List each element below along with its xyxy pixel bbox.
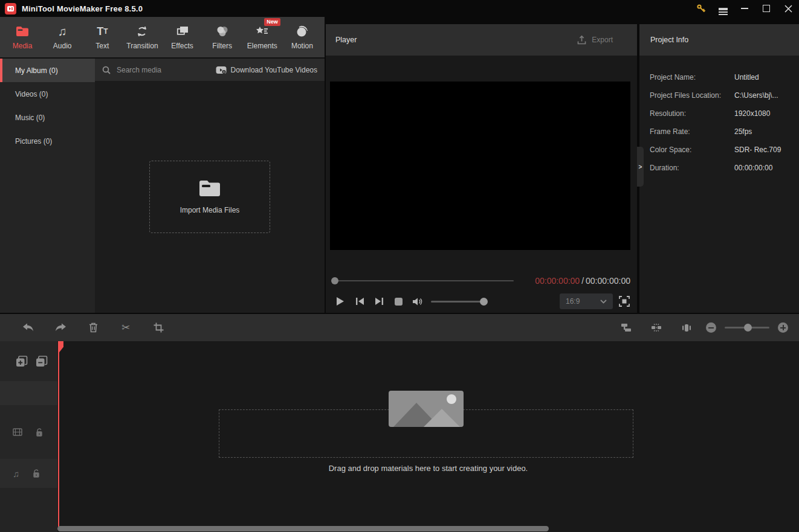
ribbon-tab-bar: Media ♫ Audio TT Text Transition Effects [0,17,325,57]
tab-effects[interactable]: Effects [166,17,199,57]
tab-label: Elements [247,42,277,50]
import-media-button[interactable]: Import Media Files [149,161,270,233]
panel-collapse-handle[interactable]: > [637,147,644,187]
media-search-bar: Download YouTube Videos [95,59,325,81]
project-row-value: 25fps [734,127,752,136]
delete-icon[interactable] [82,317,104,339]
transition-icon [135,25,149,38]
add-track-icon[interactable] [16,356,28,367]
effects-icon [176,25,189,38]
sidebar-item-my-album[interactable]: My Album (0) [0,59,95,82]
project-row-value: 1920x1080 [734,109,770,118]
unlock-icon[interactable] [33,469,40,478]
project-row-label: Duration: [650,164,734,172]
menu-icon[interactable] [712,0,734,17]
search-icon [102,66,111,74]
track-manage-icon[interactable] [615,317,637,339]
tab-label: Transition [126,42,158,50]
zoom-handle[interactable] [744,324,752,332]
export-button[interactable]: Export [577,35,613,45]
license-key-icon[interactable] [690,0,712,17]
zoom-out-button[interactable] [706,322,716,333]
project-info-panel: Project Info Project Name:Untitled Proje… [639,24,799,313]
tab-audio[interactable]: ♫ Audio [45,17,79,57]
audio-track-header: ♫ [0,459,57,488]
volume-slider[interactable] [431,301,484,303]
library-sidebar: My Album (0) Videos (0) Music (0) Pictur… [0,57,95,313]
tab-text[interactable]: TT Text [85,17,119,57]
film-icon [13,428,22,436]
player-title: Player [335,36,357,44]
music-note-icon: ♫ [58,25,67,38]
project-row-value: SDR- Rec.709 [734,146,781,154]
project-row: Project Name:Untitled [650,68,799,86]
filters-icon [216,25,228,38]
title-bar: MiniTool MovieMaker Free 8.5.0 [0,0,799,17]
close-button[interactable] [777,0,799,17]
media-panel: Download YouTube Videos Import Media Fil… [95,57,325,313]
app-logo-icon [5,3,16,14]
tab-elements[interactable]: New Elements [245,17,279,57]
import-folder-icon [199,180,221,197]
time-separator: / [581,276,584,286]
sidebar-item-label: Videos (0) [15,90,48,98]
project-row-label: Resolution: [650,109,734,118]
split-marker-icon[interactable] [645,317,667,339]
minimize-button[interactable] [734,0,755,17]
stop-button[interactable] [389,293,408,310]
crop-icon[interactable] [147,317,169,339]
sidebar-item-music[interactable]: Music (0) [0,106,95,129]
fit-screen-icon[interactable] [613,293,636,310]
player-header: Player Export [326,24,637,56]
tab-transition[interactable]: Transition [125,17,159,57]
undo-icon[interactable] [17,317,39,339]
aspect-ratio-select[interactable]: 16:9 [560,293,613,309]
project-row-label: Project Name: [650,73,734,82]
volume-icon[interactable] [408,293,427,310]
timeline-hint: Drag and drop materials here to start cr… [57,464,799,473]
sidebar-item-pictures[interactable]: Pictures (0) [0,129,95,153]
redo-icon[interactable] [50,317,71,339]
export-label: Export [592,36,613,44]
timeline-zoom-slider[interactable] [725,327,769,328]
split-icon[interactable]: ✂ [115,317,137,339]
maximize-button[interactable] [755,0,777,17]
youtube-icon [216,66,227,74]
project-row: Project Files Location:C:\Users\bj\... [650,86,799,104]
zoom-in-button[interactable] [778,322,788,333]
seek-bar[interactable] [332,280,514,281]
seek-handle[interactable] [331,277,338,284]
tab-filters[interactable]: Filters [205,17,239,57]
elements-icon [256,25,269,38]
tab-motion[interactable]: Motion [285,17,319,57]
search-input[interactable] [115,65,209,75]
project-row: Color Space:SDR- Rec.709 [650,141,799,159]
tab-label: Text [95,42,109,50]
track-header-column: ♫ [0,341,57,532]
sidebar-item-videos[interactable]: Videos (0) [0,82,95,106]
chevron-down-icon [600,300,607,304]
video-preview [330,82,630,250]
app-window: MiniTool MovieMaker Free 8.5.0 Media ♫ A… [0,0,799,532]
total-time: 00:00:00:00 [586,276,630,286]
project-row-label: Project Files Location: [650,91,734,100]
project-row-label: Frame Rate: [650,127,734,136]
playhead[interactable] [58,341,59,527]
track-spacer-row [0,381,57,405]
horizontal-scrollbar[interactable] [57,526,549,531]
timeline-area: ♫ Drag and drop materials here to start … [0,341,799,532]
remove-track-icon[interactable] [36,356,48,367]
previous-frame-button[interactable] [350,293,369,310]
fit-timeline-icon[interactable] [676,317,697,339]
play-button[interactable] [331,293,350,310]
volume-handle[interactable] [480,298,488,306]
tab-media[interactable]: Media [5,17,39,57]
window-title: MiniTool MovieMaker Free 8.5.0 [22,4,143,13]
next-frame-button[interactable] [369,293,389,310]
video-track-header [0,405,57,459]
project-row-label: Color Space: [650,146,734,154]
download-youtube-button[interactable]: Download YouTube Videos [216,66,317,74]
playhead-handle[interactable] [58,341,63,354]
project-row-value: C:\Users\bj\... [734,91,778,100]
unlock-icon[interactable] [36,428,43,437]
